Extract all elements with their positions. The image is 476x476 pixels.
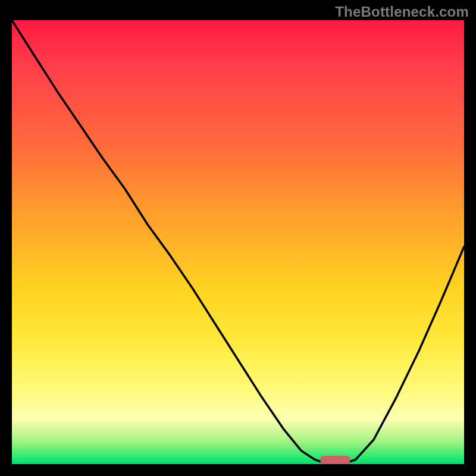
curve-svg	[12, 20, 464, 464]
bottleneck-curve	[12, 20, 464, 464]
optimum-marker	[320, 456, 351, 464]
plot-area	[12, 20, 464, 464]
chart-container: TheBottleneck.com	[0, 0, 476, 476]
watermark-text: TheBottleneck.com	[335, 4, 469, 20]
